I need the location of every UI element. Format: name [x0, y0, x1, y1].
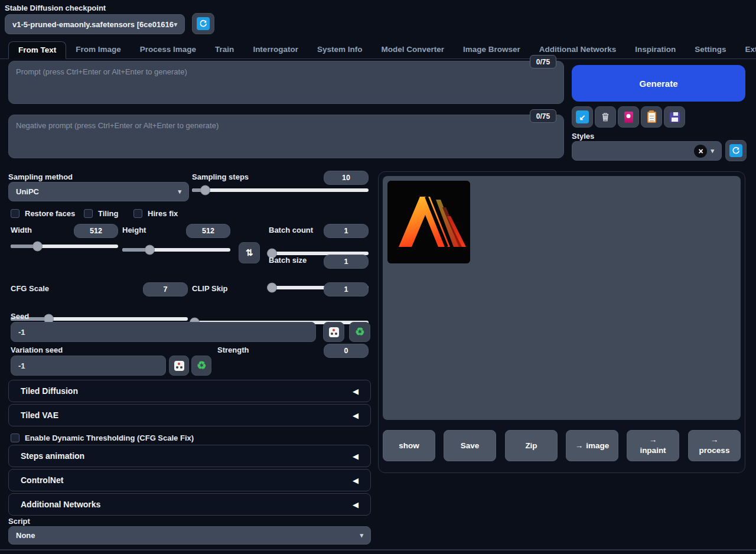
trash-icon — [600, 112, 611, 122]
app-root: Stable Diffusion checkpoint v1-5-pruned-… — [0, 0, 756, 554]
generated-image-thumbnail[interactable] — [387, 181, 470, 263]
send-to-process-button[interactable]: → process — [688, 430, 741, 461]
chevron-down-icon: ▾ — [174, 21, 177, 28]
checkbox-box — [133, 209, 142, 218]
tab-system-info[interactable]: System Info — [308, 41, 372, 58]
tab-model-converter[interactable]: Model Converter — [372, 41, 454, 58]
arrow-down-left-icon: ↙ — [576, 110, 589, 123]
collapse-arrow-icon: ◀ — [353, 452, 359, 461]
zip-button[interactable]: Zip — [505, 430, 558, 461]
tab-process-image[interactable]: Process Image — [131, 41, 206, 58]
collapse-arrow-icon: ◀ — [353, 500, 359, 509]
checkpoint-value: v1-5-pruned-emaonly.safetensors [6ce0161… — [12, 20, 174, 29]
reuse-variation-seed-button[interactable]: ♻ — [191, 356, 211, 376]
batch-size-label: Batch size — [269, 256, 307, 265]
checkbox-box — [11, 434, 19, 442]
restore-faces-checkbox[interactable]: Restore faces — [11, 209, 75, 218]
cfg-scale-value[interactable]: 7 — [143, 282, 188, 296]
send-to-inpaint-button[interactable]: → inpaint — [627, 430, 679, 461]
tab-train[interactable]: Train — [206, 41, 243, 58]
accordion-additional-networks[interactable]: Additional Networks ◀ — [8, 493, 371, 516]
tab-from-image[interactable]: From Image — [66, 41, 131, 58]
batch-size-value[interactable]: 1 — [324, 255, 369, 269]
strength-value[interactable]: 0 — [324, 344, 369, 358]
generate-button[interactable]: Generate — [572, 65, 745, 102]
width-value[interactable]: 512 — [74, 224, 118, 238]
dynamic-thresholding-label: Enable Dynamic Thresholding (CFG Scale F… — [25, 434, 194, 442]
accordion-title: Tiled Diffusion — [21, 386, 78, 396]
random-variation-seed-button[interactable] — [169, 356, 189, 376]
clip-skip-value[interactable]: 1 — [324, 282, 369, 296]
script-value: None — [16, 531, 35, 540]
sampling-steps-label: Sampling steps — [192, 172, 249, 181]
clip-skip-label: CLIP Skip — [192, 284, 227, 293]
batch-count-value[interactable]: 1 — [324, 224, 369, 238]
tab-image-browser[interactable]: Image Browser — [454, 41, 530, 58]
refresh-icon — [729, 144, 742, 157]
save-style-button[interactable] — [664, 106, 685, 128]
main-tabbar: From Text From Image Process Image Train… — [0, 41, 756, 59]
styles-clear-button[interactable]: × — [694, 145, 707, 158]
accordion-tiled-diffusion[interactable]: Tiled Diffusion ◀ — [8, 380, 371, 402]
cfg-scale-label: CFG Scale — [11, 284, 49, 293]
show-button[interactable]: show — [383, 430, 435, 461]
slider-fill — [11, 245, 38, 248]
floppy-disk-icon — [670, 112, 680, 122]
styles-refresh-button[interactable] — [725, 140, 747, 161]
tab-extensions[interactable]: Extensions — [736, 41, 756, 58]
negative-prompt-input[interactable] — [8, 115, 564, 158]
tab-settings[interactable]: Settings — [685, 41, 735, 58]
refresh-icon — [197, 17, 210, 30]
width-slider[interactable] — [11, 245, 118, 248]
button-label: inpaint — [640, 446, 666, 456]
save-button[interactable]: Save — [444, 430, 496, 461]
width-label: Width — [11, 226, 32, 234]
negative-token-counter: 0/75 — [530, 109, 556, 123]
height-slider[interactable] — [122, 248, 230, 252]
seed-input[interactable]: -1 — [11, 322, 316, 342]
checkpoint-dropdown[interactable]: v1-5-pruned-emaonly.safetensors [6ce0161… — [5, 14, 185, 34]
tab-interrogator[interactable]: Interrogator — [243, 41, 308, 58]
sdnext-logo-image — [387, 181, 470, 263]
styles-dropdown[interactable]: × ▾ — [572, 141, 722, 161]
extra-networks-button[interactable] — [618, 106, 639, 128]
dynamic-thresholding-checkbox[interactable]: Enable Dynamic Thresholding (CFG Scale F… — [11, 434, 194, 442]
seed-label: Seed — [11, 312, 29, 321]
apply-styles-button[interactable] — [641, 106, 662, 128]
arrow-right-icon: → — [649, 435, 657, 445]
accordion-steps-animation[interactable]: Steps animation ◀ — [8, 445, 371, 467]
checkpoint-refresh-button[interactable] — [192, 13, 214, 34]
reuse-seed-button[interactable]: ♻ — [349, 322, 370, 342]
accordion-tiled-vae[interactable]: Tiled VAE ◀ — [8, 404, 371, 426]
sampling-method-label: Sampling method — [8, 172, 73, 181]
accordion-controlnet[interactable]: ControlNet ◀ — [8, 469, 371, 491]
clipboard-icon — [647, 112, 656, 123]
checkbox-box — [84, 209, 93, 218]
height-value[interactable]: 512 — [186, 224, 230, 238]
variation-seed-label: Variation seed — [11, 346, 63, 354]
variation-seed-input[interactable]: -1 — [11, 356, 166, 376]
clear-prompt-button[interactable] — [595, 106, 616, 128]
random-seed-button[interactable] — [323, 322, 344, 342]
swap-dimensions-button[interactable]: ⇅ — [239, 242, 260, 263]
send-to-image-button[interactable]: → image — [566, 430, 618, 461]
sampling-method-dropdown[interactable]: UniPC ▾ — [8, 182, 189, 201]
cfg-scale-slider[interactable] — [11, 317, 188, 321]
hires-fix-label: Hires fix — [148, 209, 178, 218]
tab-from-text[interactable]: From Text — [8, 41, 66, 59]
chevron-down-icon: ▾ — [711, 147, 714, 155]
arrow-right-icon: → — [711, 435, 719, 445]
paste-params-button[interactable]: ↙ — [572, 106, 593, 128]
slider-fill — [269, 252, 273, 255]
script-dropdown[interactable]: None ▾ — [8, 526, 371, 545]
accordion-title: ControlNet — [21, 475, 63, 485]
sampling-steps-slider[interactable] — [192, 188, 369, 192]
hires-fix-checkbox[interactable]: Hires fix — [133, 209, 178, 218]
prompt-input[interactable] — [8, 61, 564, 104]
slider-fill — [269, 286, 273, 289]
sampling-steps-value[interactable]: 10 — [324, 171, 369, 185]
collapse-arrow-icon: ◀ — [353, 476, 359, 485]
tiling-checkbox[interactable]: Tiling — [84, 209, 118, 218]
tab-inspiration[interactable]: Inspiration — [625, 41, 685, 58]
dice-icon — [329, 327, 339, 337]
